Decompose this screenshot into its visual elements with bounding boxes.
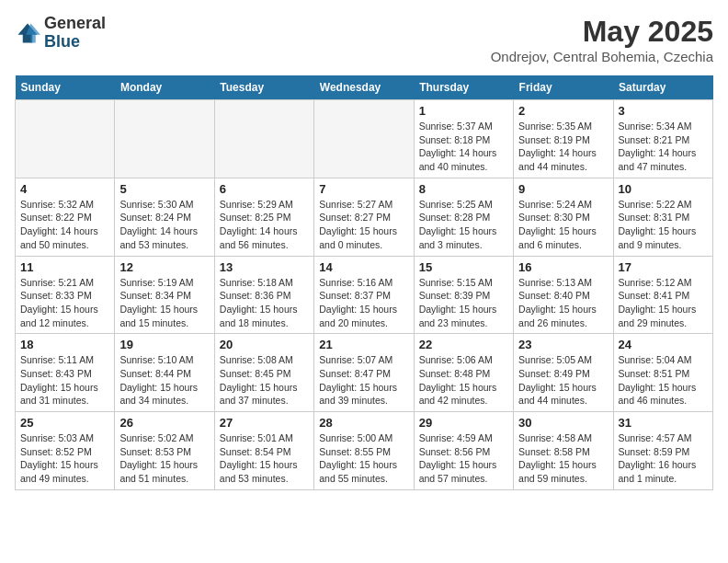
weekday-header-thursday: Thursday bbox=[414, 75, 513, 100]
weekday-header-sunday: Sunday bbox=[16, 75, 115, 100]
calendar-cell: 17Sunrise: 5:12 AM Sunset: 8:41 PM Dayli… bbox=[613, 256, 712, 334]
day-number: 28 bbox=[319, 416, 408, 430]
day-info: Sunrise: 5:22 AM Sunset: 8:31 PM Dayligh… bbox=[619, 198, 708, 252]
day-number: 20 bbox=[220, 338, 309, 351]
day-info: Sunrise: 5:24 AM Sunset: 8:30 PM Dayligh… bbox=[518, 198, 608, 252]
calendar-cell: 7Sunrise: 5:27 AM Sunset: 8:27 PM Daylig… bbox=[314, 178, 414, 256]
calendar-cell bbox=[214, 100, 313, 178]
calendar-cell: 1Sunrise: 5:37 AM Sunset: 8:18 PM Daylig… bbox=[414, 100, 513, 178]
day-info: Sunrise: 5:37 AM Sunset: 8:18 PM Dayligh… bbox=[419, 120, 508, 174]
calendar-cell: 25Sunrise: 5:03 AM Sunset: 8:52 PM Dayli… bbox=[16, 412, 115, 490]
calendar-cell: 28Sunrise: 5:00 AM Sunset: 8:55 PM Dayli… bbox=[314, 412, 414, 490]
day-number: 24 bbox=[619, 338, 708, 351]
day-number: 14 bbox=[319, 260, 408, 274]
weekday-header-friday: Friday bbox=[514, 75, 613, 100]
weekday-header-tuesday: Tuesday bbox=[214, 75, 313, 100]
day-info: Sunrise: 5:10 AM Sunset: 8:44 PM Dayligh… bbox=[119, 353, 209, 408]
day-info: Sunrise: 5:02 AM Sunset: 8:53 PM Dayligh… bbox=[119, 431, 209, 486]
weekday-header-wednesday: Wednesday bbox=[314, 75, 414, 100]
calendar-cell: 26Sunrise: 5:02 AM Sunset: 8:53 PM Dayli… bbox=[115, 412, 214, 490]
calendar-cell: 19Sunrise: 5:10 AM Sunset: 8:44 PM Dayli… bbox=[115, 334, 214, 412]
day-number: 31 bbox=[619, 416, 708, 430]
calendar-cell: 31Sunrise: 4:57 AM Sunset: 8:59 PM Dayli… bbox=[613, 412, 712, 490]
calendar-cell: 2Sunrise: 5:35 AM Sunset: 8:19 PM Daylig… bbox=[514, 100, 613, 178]
day-number: 3 bbox=[619, 104, 708, 118]
day-number: 4 bbox=[20, 182, 109, 196]
day-info: Sunrise: 5:27 AM Sunset: 8:27 PM Dayligh… bbox=[319, 198, 408, 252]
calendar-cell: 6Sunrise: 5:29 AM Sunset: 8:25 PM Daylig… bbox=[214, 178, 313, 256]
day-info: Sunrise: 5:21 AM Sunset: 8:33 PM Dayligh… bbox=[20, 276, 109, 330]
location-text: Ondrejov, Central Bohemia, Czechia bbox=[491, 49, 713, 64]
day-info: Sunrise: 5:04 AM Sunset: 8:51 PM Dayligh… bbox=[619, 353, 708, 408]
week-row-1: 1Sunrise: 5:37 AM Sunset: 8:18 PM Daylig… bbox=[16, 100, 713, 178]
weekday-header-row: SundayMondayTuesdayWednesdayThursdayFrid… bbox=[16, 75, 713, 100]
day-info: Sunrise: 4:58 AM Sunset: 8:58 PM Dayligh… bbox=[518, 431, 608, 486]
logo-blue-text: Blue bbox=[44, 33, 106, 52]
weekday-header-monday: Monday bbox=[115, 75, 214, 100]
day-info: Sunrise: 5:03 AM Sunset: 8:52 PM Dayligh… bbox=[20, 431, 109, 486]
day-info: Sunrise: 5:11 AM Sunset: 8:43 PM Dayligh… bbox=[20, 353, 109, 408]
day-info: Sunrise: 5:29 AM Sunset: 8:25 PM Dayligh… bbox=[220, 198, 309, 252]
day-number: 1 bbox=[419, 104, 508, 118]
logo: General Blue bbox=[15, 15, 106, 52]
day-info: Sunrise: 5:06 AM Sunset: 8:48 PM Dayligh… bbox=[419, 353, 508, 408]
day-number: 9 bbox=[518, 182, 608, 196]
day-info: Sunrise: 5:19 AM Sunset: 8:34 PM Dayligh… bbox=[119, 276, 209, 330]
day-number: 19 bbox=[119, 338, 209, 351]
page-header: General Blue May 2025 Ondrejov, Central … bbox=[15, 15, 713, 64]
logo-text: General Blue bbox=[44, 15, 106, 52]
calendar-cell: 3Sunrise: 5:34 AM Sunset: 8:21 PM Daylig… bbox=[613, 100, 712, 178]
calendar-cell: 13Sunrise: 5:18 AM Sunset: 8:36 PM Dayli… bbox=[214, 256, 313, 334]
day-number: 13 bbox=[220, 260, 309, 274]
calendar-cell: 12Sunrise: 5:19 AM Sunset: 8:34 PM Dayli… bbox=[115, 256, 214, 334]
day-number: 16 bbox=[518, 260, 608, 274]
day-number: 6 bbox=[220, 182, 309, 196]
day-number: 8 bbox=[419, 182, 508, 196]
calendar-cell: 29Sunrise: 4:59 AM Sunset: 8:56 PM Dayli… bbox=[414, 412, 513, 490]
day-info: Sunrise: 5:25 AM Sunset: 8:28 PM Dayligh… bbox=[419, 198, 508, 252]
day-number: 17 bbox=[619, 260, 708, 274]
logo-icon bbox=[15, 20, 40, 46]
day-info: Sunrise: 5:34 AM Sunset: 8:21 PM Dayligh… bbox=[619, 120, 708, 174]
calendar-cell: 8Sunrise: 5:25 AM Sunset: 8:28 PM Daylig… bbox=[414, 178, 513, 256]
day-info: Sunrise: 5:13 AM Sunset: 8:40 PM Dayligh… bbox=[518, 276, 608, 330]
calendar-cell: 4Sunrise: 5:32 AM Sunset: 8:22 PM Daylig… bbox=[16, 178, 115, 256]
day-info: Sunrise: 5:05 AM Sunset: 8:49 PM Dayligh… bbox=[518, 353, 608, 408]
day-info: Sunrise: 5:32 AM Sunset: 8:22 PM Dayligh… bbox=[20, 198, 109, 252]
calendar-cell: 24Sunrise: 5:04 AM Sunset: 8:51 PM Dayli… bbox=[613, 334, 712, 412]
calendar-table: SundayMondayTuesdayWednesdayThursdayFrid… bbox=[15, 75, 713, 490]
day-number: 2 bbox=[518, 104, 608, 118]
calendar-cell: 16Sunrise: 5:13 AM Sunset: 8:40 PM Dayli… bbox=[514, 256, 613, 334]
calendar-cell: 10Sunrise: 5:22 AM Sunset: 8:31 PM Dayli… bbox=[613, 178, 712, 256]
calendar-cell: 9Sunrise: 5:24 AM Sunset: 8:30 PM Daylig… bbox=[514, 178, 613, 256]
title-block: May 2025 Ondrejov, Central Bohemia, Czec… bbox=[491, 15, 713, 64]
day-number: 10 bbox=[619, 182, 708, 196]
day-info: Sunrise: 5:08 AM Sunset: 8:45 PM Dayligh… bbox=[220, 353, 309, 408]
day-number: 21 bbox=[319, 338, 408, 351]
day-info: Sunrise: 5:15 AM Sunset: 8:39 PM Dayligh… bbox=[419, 276, 508, 330]
day-number: 26 bbox=[119, 416, 209, 430]
calendar-cell bbox=[16, 100, 115, 178]
calendar-cell: 15Sunrise: 5:15 AM Sunset: 8:39 PM Dayli… bbox=[414, 256, 513, 334]
calendar-cell: 20Sunrise: 5:08 AM Sunset: 8:45 PM Dayli… bbox=[214, 334, 313, 412]
day-info: Sunrise: 4:57 AM Sunset: 8:59 PM Dayligh… bbox=[619, 431, 708, 486]
week-row-3: 11Sunrise: 5:21 AM Sunset: 8:33 PM Dayli… bbox=[16, 256, 713, 334]
day-number: 22 bbox=[419, 338, 508, 351]
day-number: 15 bbox=[419, 260, 508, 274]
day-info: Sunrise: 5:12 AM Sunset: 8:41 PM Dayligh… bbox=[619, 276, 708, 330]
calendar-cell: 21Sunrise: 5:07 AM Sunset: 8:47 PM Dayli… bbox=[314, 334, 414, 412]
calendar-cell: 30Sunrise: 4:58 AM Sunset: 8:58 PM Dayli… bbox=[514, 412, 613, 490]
calendar-cell: 22Sunrise: 5:06 AM Sunset: 8:48 PM Dayli… bbox=[414, 334, 513, 412]
calendar-cell: 5Sunrise: 5:30 AM Sunset: 8:24 PM Daylig… bbox=[115, 178, 214, 256]
month-title: May 2025 bbox=[491, 15, 713, 49]
day-number: 11 bbox=[20, 260, 109, 274]
day-number: 7 bbox=[319, 182, 408, 196]
day-info: Sunrise: 5:07 AM Sunset: 8:47 PM Dayligh… bbox=[319, 353, 408, 408]
day-info: Sunrise: 5:01 AM Sunset: 8:54 PM Dayligh… bbox=[220, 431, 309, 486]
week-row-5: 25Sunrise: 5:03 AM Sunset: 8:52 PM Dayli… bbox=[16, 412, 713, 490]
calendar-cell: 18Sunrise: 5:11 AM Sunset: 8:43 PM Dayli… bbox=[16, 334, 115, 412]
day-info: Sunrise: 5:00 AM Sunset: 8:55 PM Dayligh… bbox=[319, 431, 408, 486]
day-number: 12 bbox=[119, 260, 209, 274]
week-row-2: 4Sunrise: 5:32 AM Sunset: 8:22 PM Daylig… bbox=[16, 178, 713, 256]
day-number: 30 bbox=[518, 416, 608, 430]
